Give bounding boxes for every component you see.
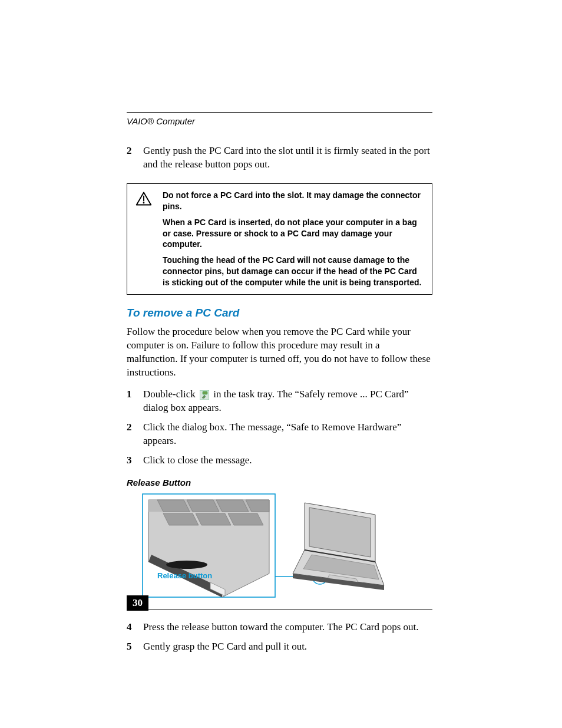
step-text-pre: Double-click (143, 388, 198, 400)
page-content: 2 Gently push the PC Card into the slot … (127, 144, 432, 660)
svg-rect-4 (203, 391, 207, 394)
step-number: 2 (127, 421, 135, 448)
svg-marker-12 (163, 513, 199, 525)
laptop-illustration (293, 503, 384, 590)
page-footer: 30 (127, 595, 432, 611)
step-text: Gently push the PC Card into the slot un… (143, 144, 432, 172)
step-text: Click to close the message. (143, 454, 252, 467)
step-item: 3 Click to close the message. (127, 454, 432, 467)
caution-paragraph: When a PC Card is inserted, do not place… (163, 217, 424, 251)
step-number: 2 (127, 144, 135, 172)
svg-point-16 (166, 561, 207, 569)
step-item: 1 Double-click in the task tray. The “Sa… (127, 388, 432, 415)
footer-rule (148, 610, 432, 610)
step-number: 1 (127, 388, 135, 415)
page-number: 30 (127, 595, 148, 611)
running-header-text: VAIO® Computer (127, 116, 195, 126)
caution-paragraph: Touching the head of the PC Card will no… (163, 255, 424, 288)
step-number: 3 (127, 454, 135, 467)
caution-icon (135, 190, 153, 288)
step-text: Double-click in the task tray. The “Safe… (143, 388, 432, 415)
document-page: VAIO® Computer 2 Gently push the PC Card… (0, 0, 562, 728)
step-item: 4 Press the release button toward the co… (127, 621, 432, 634)
release-button-figure: Release button (140, 491, 393, 605)
step-item: 2 Gently push the PC Card into the slot … (127, 144, 432, 172)
svg-marker-10 (216, 500, 249, 512)
step-item: 5 Gently grasp the PC Card and pull it o… (127, 640, 432, 654)
svg-marker-14 (228, 513, 263, 525)
step-number: 4 (127, 621, 135, 634)
caution-box: Do not force a PC Card into the slot. It… (127, 183, 432, 295)
section-intro-paragraph: Follow the procedure below when you remo… (127, 325, 432, 380)
figure-caption: Release Button (127, 477, 432, 487)
step-list-continued: 2 Gently push the PC Card into the slot … (127, 144, 432, 172)
step-number: 5 (127, 640, 135, 654)
step-list-remove-b: 4 Press the release button toward the co… (127, 621, 432, 654)
caution-text-group: Do not force a PC Card into the slot. It… (163, 190, 424, 288)
step-text: Gently grasp the PC Card and pull it out… (143, 640, 307, 654)
svg-point-2 (143, 202, 145, 203)
step-text: Click the dialog box. The message, “Safe… (143, 421, 432, 448)
step-list-remove-a: 1 Double-click in the task tray. The “Sa… (127, 388, 432, 467)
step-text: Press the release button toward the comp… (143, 621, 419, 634)
figure-callout-label: Release button (157, 571, 212, 580)
running-header: VAIO® Computer (127, 112, 432, 126)
svg-marker-8 (157, 500, 190, 512)
svg-marker-9 (187, 500, 219, 512)
svg-marker-13 (196, 513, 231, 525)
step-item: 2 Click the dialog box. The message, “Sa… (127, 421, 432, 448)
section-heading: To remove a PC Card (127, 307, 432, 319)
safely-remove-hardware-icon (200, 390, 209, 400)
caution-paragraph: Do not force a PC Card into the slot. It… (163, 190, 424, 212)
